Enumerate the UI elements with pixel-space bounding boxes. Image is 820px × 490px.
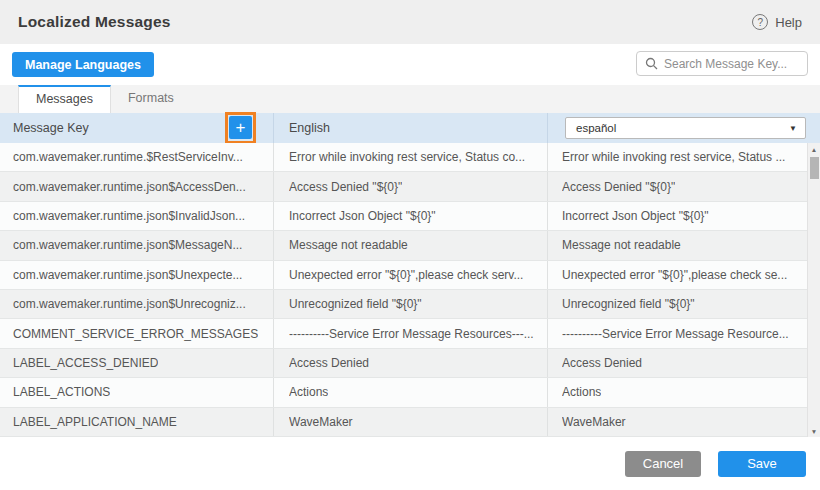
spanish-cell[interactable]: Unrecognized field "${0}" — [547, 290, 807, 318]
table-row[interactable]: com.wavemaker.runtime.json$Unrecogniz...… — [0, 290, 807, 319]
table-row[interactable]: com.wavemaker.runtime.json$AccessDen... … — [0, 172, 807, 201]
help-label: Help — [775, 15, 802, 30]
table-row[interactable]: LABEL_APPLICATION_NAME WaveMaker WaveMak… — [0, 408, 807, 437]
table-body: com.wavemaker.runtime.$RestServiceInv...… — [0, 143, 820, 437]
table-row[interactable]: COMMENT_SERVICE_ERROR_MESSAGES ---------… — [0, 319, 807, 348]
language-select[interactable]: español ▼ — [565, 117, 806, 139]
spanish-cell[interactable]: WaveMaker — [547, 408, 807, 436]
manage-languages-button[interactable]: Manage Languages — [12, 52, 154, 77]
vertical-scrollbar[interactable]: ▲ ▼ — [807, 143, 820, 437]
search-box[interactable] — [636, 51, 808, 76]
table-header: Message Key + English español ▼ — [0, 113, 820, 143]
column-header-language: español ▼ — [547, 113, 820, 143]
spanish-cell[interactable]: ----------Service Error Message Resource… — [547, 319, 807, 347]
spanish-cell[interactable]: Error while invoking rest service, Statu… — [547, 143, 807, 171]
search-input[interactable] — [664, 57, 799, 71]
english-cell[interactable]: Error while invoking rest service, Statu… — [273, 143, 547, 171]
search-icon — [645, 57, 658, 70]
chevron-down-icon: ▼ — [789, 124, 797, 133]
english-cell[interactable]: Access Denied — [273, 349, 547, 377]
column-header-message-key: Message Key + — [0, 113, 273, 143]
spanish-cell[interactable]: Incorrect Json Object "${0}" — [547, 202, 807, 230]
table-row[interactable]: LABEL_ACTIONS Actions Actions — [0, 378, 807, 407]
help-button[interactable]: ? Help — [752, 14, 802, 30]
message-key-cell: com.wavemaker.runtime.json$Unexpecte... — [0, 261, 273, 289]
spanish-cell[interactable]: Access Denied — [547, 349, 807, 377]
english-cell[interactable]: Unexpected error "${0}",please check ser… — [273, 261, 547, 289]
english-cell[interactable]: Unrecognized field "${0}" — [273, 290, 547, 318]
tab-messages[interactable]: Messages — [18, 85, 111, 113]
message-key-cell: com.wavemaker.runtime.json$AccessDen... — [0, 172, 273, 200]
scroll-down-icon[interactable]: ▼ — [808, 425, 820, 437]
footer: Cancel Save — [0, 437, 820, 490]
message-key-cell: LABEL_ACTIONS — [0, 378, 273, 406]
title-bar: Localized Messages ? Help — [0, 0, 820, 44]
message-key-cell: LABEL_APPLICATION_NAME — [0, 408, 273, 436]
message-key-cell: COMMENT_SERVICE_ERROR_MESSAGES — [0, 319, 273, 347]
table-row[interactable]: com.wavemaker.runtime.$RestServiceInv...… — [0, 143, 807, 172]
english-cell[interactable]: WaveMaker — [273, 408, 547, 436]
table-rows: com.wavemaker.runtime.$RestServiceInv...… — [0, 143, 807, 437]
spanish-cell[interactable]: Access Denied "${0}" — [547, 172, 807, 200]
message-key-cell: LABEL_ACCESS_DENIED — [0, 349, 273, 377]
english-cell[interactable]: Incorrect Json Object "${0}" — [273, 202, 547, 230]
message-key-cell: com.wavemaker.runtime.json$InvalidJson..… — [0, 202, 273, 230]
english-cell[interactable]: ----------Service Error Message Resource… — [273, 319, 547, 347]
table-row[interactable]: com.wavemaker.runtime.json$MessageN... M… — [0, 231, 807, 260]
table-row[interactable]: com.wavemaker.runtime.json$InvalidJson..… — [0, 202, 807, 231]
message-key-cell: com.wavemaker.runtime.$RestServiceInv... — [0, 143, 273, 171]
spanish-cell[interactable]: Actions — [547, 378, 807, 406]
english-cell[interactable]: Message not readable — [273, 231, 547, 259]
column-header-english: English — [273, 113, 547, 143]
page-title: Localized Messages — [18, 13, 171, 31]
tab-formats[interactable]: Formats — [111, 85, 191, 113]
table-row[interactable]: com.wavemaker.runtime.json$Unexpecte... … — [0, 261, 807, 290]
localized-messages-dialog: Localized Messages ? Help Manage Languag… — [0, 0, 820, 490]
add-message-key-button[interactable]: + — [229, 116, 252, 139]
scrollbar-thumb[interactable] — [810, 157, 819, 179]
tab-bar: Messages Formats — [0, 85, 820, 113]
toolbar: Manage Languages — [0, 44, 820, 85]
spanish-cell[interactable]: Unexpected error "${0}",please check se.… — [547, 261, 807, 289]
table-row[interactable]: LABEL_ACCESS_DENIED Access Denied Access… — [0, 349, 807, 378]
scroll-up-icon[interactable]: ▲ — [808, 143, 820, 155]
help-icon: ? — [752, 14, 768, 30]
english-cell[interactable]: Actions — [273, 378, 547, 406]
spanish-cell[interactable]: Message not readable — [547, 231, 807, 259]
cancel-button[interactable]: Cancel — [625, 451, 701, 477]
message-key-cell: com.wavemaker.runtime.json$MessageN... — [0, 231, 273, 259]
english-cell[interactable]: Access Denied "${0}" — [273, 172, 547, 200]
language-select-value: español — [576, 122, 616, 134]
save-button[interactable]: Save — [718, 451, 806, 477]
message-key-cell: com.wavemaker.runtime.json$Unrecogniz... — [0, 290, 273, 318]
